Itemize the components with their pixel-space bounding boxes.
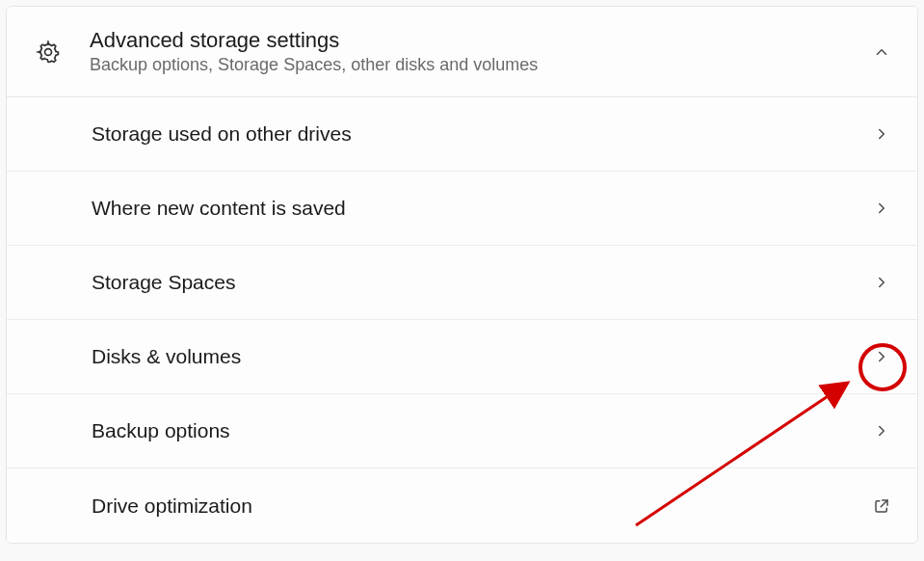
header-subtitle: Backup options, Storage Spaces, other di… <box>90 55 873 75</box>
header-text-block: Advanced storage settings Backup options… <box>90 28 873 75</box>
item-label: Storage used on other drives <box>92 122 873 146</box>
item-storage-spaces[interactable]: Storage Spaces <box>7 246 917 320</box>
item-label: Where new content is saved <box>92 197 873 220</box>
advanced-storage-panel: Advanced storage settings Backup options… <box>6 6 918 544</box>
chevron-right-icon <box>873 422 890 440</box>
item-label: Drive optimization <box>92 494 873 518</box>
item-label: Disks & volumes <box>92 345 873 368</box>
chevron-right-icon <box>873 274 890 291</box>
item-storage-other-drives[interactable]: Storage used on other drives <box>7 97 917 172</box>
gear-icon <box>36 40 61 65</box>
chevron-up-icon <box>873 43 890 61</box>
advanced-storage-header[interactable]: Advanced storage settings Backup options… <box>7 7 917 97</box>
chevron-right-icon <box>873 348 890 365</box>
item-backup-options[interactable]: Backup options <box>7 394 917 468</box>
item-label: Storage Spaces <box>92 271 873 294</box>
item-label: Backup options <box>92 419 873 442</box>
chevron-right-icon <box>873 200 890 217</box>
svg-line-1 <box>881 500 887 507</box>
svg-point-0 <box>45 48 52 55</box>
header-title: Advanced storage settings <box>90 28 873 53</box>
external-link-icon <box>873 497 890 515</box>
item-disks-volumes[interactable]: Disks & volumes <box>7 320 917 394</box>
item-where-new-content[interactable]: Where new content is saved <box>7 172 917 246</box>
chevron-right-icon <box>873 125 890 143</box>
item-drive-optimization[interactable]: Drive optimization <box>7 468 917 543</box>
